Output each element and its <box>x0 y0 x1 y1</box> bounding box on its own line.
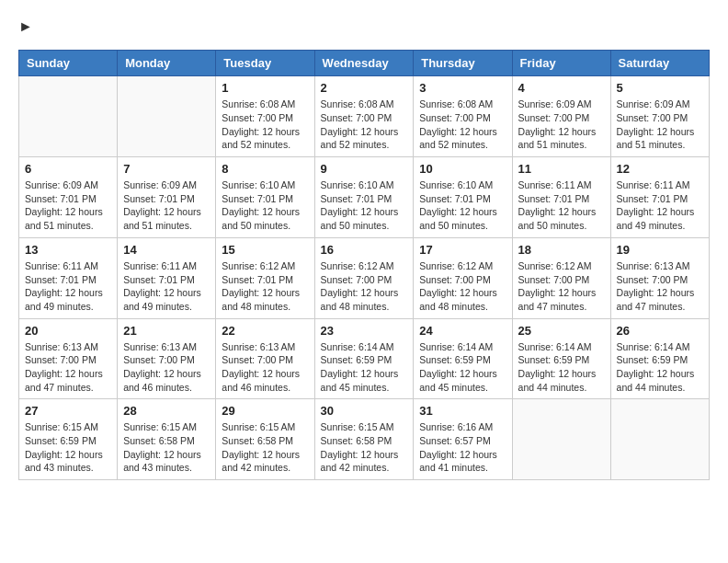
header-saturday: Saturday <box>610 51 709 76</box>
calendar-cell: 8Sunrise: 6:10 AMSunset: 7:01 PMDaylight… <box>216 157 314 238</box>
calendar-cell: 14Sunrise: 6:11 AMSunset: 7:01 PMDayligh… <box>118 237 216 318</box>
day-info: Sunrise: 6:13 AMSunset: 7:00 PMDaylight:… <box>123 340 210 395</box>
day-info: Sunrise: 6:11 AMSunset: 7:01 PMDaylight:… <box>123 259 210 314</box>
day-info: Sunrise: 6:15 AMSunset: 6:58 PMDaylight:… <box>123 420 210 475</box>
header-monday: Monday <box>118 51 216 76</box>
day-number: 22 <box>222 324 308 338</box>
calendar-cell: 10Sunrise: 6:10 AMSunset: 7:01 PMDayligh… <box>414 157 512 238</box>
day-number: 15 <box>222 243 308 257</box>
week-row-1: 6Sunrise: 6:09 AMSunset: 7:01 PMDaylight… <box>19 157 710 238</box>
day-number: 25 <box>518 324 605 338</box>
day-number: 18 <box>518 243 605 257</box>
calendar-cell: 9Sunrise: 6:10 AMSunset: 7:01 PMDaylight… <box>314 157 414 238</box>
calendar-cell: 26Sunrise: 6:14 AMSunset: 6:59 PMDayligh… <box>610 318 709 399</box>
calendar-cell: 28Sunrise: 6:15 AMSunset: 6:58 PMDayligh… <box>118 399 216 480</box>
day-info: Sunrise: 6:08 AMSunset: 7:00 PMDaylight:… <box>321 98 408 152</box>
day-number: 27 <box>25 404 111 418</box>
day-info: Sunrise: 6:13 AMSunset: 7:00 PMDaylight:… <box>222 340 308 395</box>
header-friday: Friday <box>512 51 610 76</box>
day-info: Sunrise: 6:14 AMSunset: 6:59 PMDaylight:… <box>518 340 605 395</box>
day-info: Sunrise: 6:09 AMSunset: 7:01 PMDaylight:… <box>123 178 210 233</box>
calendar-cell: 7Sunrise: 6:09 AMSunset: 7:01 PMDaylight… <box>118 157 216 238</box>
day-number: 12 <box>617 162 703 176</box>
calendar-table: SundayMondayTuesdayWednesdayThursdayFrid… <box>18 50 710 480</box>
day-info: Sunrise: 6:12 AMSunset: 7:01 PMDaylight:… <box>222 259 308 314</box>
day-info: Sunrise: 6:10 AMSunset: 7:01 PMDaylight:… <box>222 178 308 233</box>
day-info: Sunrise: 6:09 AMSunset: 7:00 PMDaylight:… <box>518 98 605 152</box>
calendar-cell: 17Sunrise: 6:12 AMSunset: 7:00 PMDayligh… <box>414 237 512 318</box>
logo: ► <box>18 18 33 40</box>
header-sunday: Sunday <box>19 51 118 76</box>
calendar-cell: 24Sunrise: 6:14 AMSunset: 6:59 PMDayligh… <box>414 318 512 399</box>
day-number: 9 <box>321 162 408 176</box>
day-info: Sunrise: 6:12 AMSunset: 7:00 PMDaylight:… <box>419 259 506 314</box>
day-info: Sunrise: 6:15 AMSunset: 6:59 PMDaylight:… <box>25 420 111 475</box>
day-info: Sunrise: 6:12 AMSunset: 7:00 PMDaylight:… <box>321 259 408 314</box>
calendar-cell <box>512 399 610 480</box>
calendar-cell: 21Sunrise: 6:13 AMSunset: 7:00 PMDayligh… <box>118 318 216 399</box>
day-number: 3 <box>419 81 506 95</box>
day-number: 19 <box>617 243 703 257</box>
day-info: Sunrise: 6:11 AMSunset: 7:01 PMDaylight:… <box>25 259 111 314</box>
calendar-cell: 27Sunrise: 6:15 AMSunset: 6:59 PMDayligh… <box>19 399 118 480</box>
day-info: Sunrise: 6:09 AMSunset: 7:00 PMDaylight:… <box>617 98 703 152</box>
header-tuesday: Tuesday <box>216 51 314 76</box>
calendar-cell: 31Sunrise: 6:16 AMSunset: 6:57 PMDayligh… <box>414 399 512 480</box>
week-row-0: 1Sunrise: 6:08 AMSunset: 7:00 PMDaylight… <box>19 76 710 157</box>
day-number: 16 <box>321 243 408 257</box>
page-header: ► <box>18 18 710 40</box>
day-number: 23 <box>321 324 408 338</box>
calendar-cell: 2Sunrise: 6:08 AMSunset: 7:00 PMDaylight… <box>314 76 414 157</box>
calendar-cell <box>19 76 118 157</box>
calendar-cell: 19Sunrise: 6:13 AMSunset: 7:00 PMDayligh… <box>610 237 709 318</box>
day-number: 26 <box>617 324 703 338</box>
calendar-cell: 6Sunrise: 6:09 AMSunset: 7:01 PMDaylight… <box>19 157 118 238</box>
day-info: Sunrise: 6:13 AMSunset: 7:00 PMDaylight:… <box>617 259 703 314</box>
day-number: 6 <box>25 162 111 176</box>
header-row: SundayMondayTuesdayWednesdayThursdayFrid… <box>19 51 710 76</box>
calendar-header: SundayMondayTuesdayWednesdayThursdayFrid… <box>19 51 710 76</box>
calendar-cell: 23Sunrise: 6:14 AMSunset: 6:59 PMDayligh… <box>314 318 414 399</box>
calendar-body: 1Sunrise: 6:08 AMSunset: 7:00 PMDaylight… <box>19 76 710 480</box>
header-wednesday: Wednesday <box>314 51 414 76</box>
header-thursday: Thursday <box>414 51 512 76</box>
day-info: Sunrise: 6:10 AMSunset: 7:01 PMDaylight:… <box>419 178 506 233</box>
day-number: 17 <box>419 243 506 257</box>
logo-text: ► <box>18 18 33 44</box>
day-number: 13 <box>25 243 111 257</box>
day-info: Sunrise: 6:13 AMSunset: 7:00 PMDaylight:… <box>25 340 111 395</box>
day-number: 31 <box>419 404 506 418</box>
day-number: 20 <box>25 324 111 338</box>
calendar-cell: 25Sunrise: 6:14 AMSunset: 6:59 PMDayligh… <box>512 318 610 399</box>
calendar-cell: 29Sunrise: 6:15 AMSunset: 6:58 PMDayligh… <box>216 399 314 480</box>
day-info: Sunrise: 6:16 AMSunset: 6:57 PMDaylight:… <box>419 420 506 475</box>
day-number: 7 <box>123 162 210 176</box>
day-number: 29 <box>222 404 308 418</box>
day-info: Sunrise: 6:15 AMSunset: 6:58 PMDaylight:… <box>222 420 308 475</box>
calendar-cell: 15Sunrise: 6:12 AMSunset: 7:01 PMDayligh… <box>216 237 314 318</box>
day-info: Sunrise: 6:09 AMSunset: 7:01 PMDaylight:… <box>25 178 111 233</box>
day-number: 1 <box>222 81 308 95</box>
day-info: Sunrise: 6:11 AMSunset: 7:01 PMDaylight:… <box>617 178 703 233</box>
calendar-cell: 5Sunrise: 6:09 AMSunset: 7:00 PMDaylight… <box>610 76 709 157</box>
day-number: 28 <box>123 404 210 418</box>
week-row-2: 13Sunrise: 6:11 AMSunset: 7:01 PMDayligh… <box>19 237 710 318</box>
week-row-4: 27Sunrise: 6:15 AMSunset: 6:59 PMDayligh… <box>19 399 710 480</box>
day-number: 14 <box>123 243 210 257</box>
day-info: Sunrise: 6:12 AMSunset: 7:00 PMDaylight:… <box>518 259 605 314</box>
calendar-cell: 11Sunrise: 6:11 AMSunset: 7:01 PMDayligh… <box>512 157 610 238</box>
day-info: Sunrise: 6:14 AMSunset: 6:59 PMDaylight:… <box>321 340 408 395</box>
calendar-cell: 3Sunrise: 6:08 AMSunset: 7:00 PMDaylight… <box>414 76 512 157</box>
day-info: Sunrise: 6:08 AMSunset: 7:00 PMDaylight:… <box>222 98 308 152</box>
day-info: Sunrise: 6:10 AMSunset: 7:01 PMDaylight:… <box>321 178 408 233</box>
calendar-cell <box>610 399 709 480</box>
calendar-cell: 18Sunrise: 6:12 AMSunset: 7:00 PMDayligh… <box>512 237 610 318</box>
day-info: Sunrise: 6:14 AMSunset: 6:59 PMDaylight:… <box>419 340 506 395</box>
day-number: 21 <box>123 324 210 338</box>
day-number: 5 <box>617 81 703 95</box>
calendar-cell: 1Sunrise: 6:08 AMSunset: 7:00 PMDaylight… <box>216 76 314 157</box>
calendar-cell: 22Sunrise: 6:13 AMSunset: 7:00 PMDayligh… <box>216 318 314 399</box>
day-number: 30 <box>321 404 408 418</box>
calendar-cell <box>118 76 216 157</box>
calendar-cell: 4Sunrise: 6:09 AMSunset: 7:00 PMDaylight… <box>512 76 610 157</box>
